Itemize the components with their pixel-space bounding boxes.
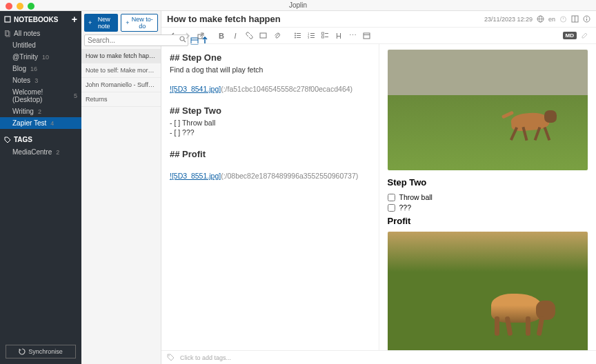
checkbox-label: ??? (399, 203, 412, 212)
checkbox-input[interactable] (388, 204, 395, 212)
new-todo-button[interactable]: + New to-do (121, 14, 158, 32)
markdown-toggle[interactable]: MD (563, 32, 577, 39)
note-list-item[interactable]: John Romaniello - Suffer no fools (81, 78, 161, 92)
notebook-icon (4, 16, 11, 23)
sidebar-tag-mediacentre[interactable]: MediaCentre 2 (0, 146, 81, 158)
sidebar-item-notes[interactable]: Notes 3 (0, 74, 81, 86)
sidebar-item-all-notes[interactable]: All notes (0, 28, 81, 39)
preview-image-2 (388, 232, 588, 350)
close-window-icon[interactable] (6, 3, 12, 10)
date-icon[interactable] (360, 30, 372, 42)
src-heading: ## Profit (170, 149, 370, 159)
code-icon[interactable] (257, 30, 269, 42)
edit-icon[interactable] (578, 30, 590, 42)
sidebar-item-count: 5 (74, 92, 77, 99)
checkbox-label: Throw ball (399, 193, 433, 201)
notebooks-header[interactable]: NOTEBOOKS + (0, 11, 81, 28)
sidebar-item-zapier-test[interactable]: Zapier Test 4 (0, 117, 81, 129)
alarm-icon[interactable] (559, 15, 567, 23)
sidebar-item-count: 4 (50, 120, 54, 127)
svg-text:3: 3 (308, 36, 310, 39)
preview-heading: Profit (388, 216, 588, 226)
src-line: Find a dog that will play fetch (170, 65, 370, 74)
sidebar-item-label: Notes (12, 77, 30, 84)
preview-pane: Step Two Throw ball ??? Profit (379, 44, 597, 350)
src-line: - [ ] ??? (170, 128, 370, 136)
note-list-item[interactable]: How to make fetch happen (81, 49, 161, 63)
tags-placeholder[interactable]: Click to add tags... (180, 354, 231, 361)
tags-label: TAGS (14, 136, 32, 143)
sidebar-item-welcome[interactable]: Welcome! (Desktop) 5 (0, 86, 81, 105)
plus-icon: + (88, 19, 92, 26)
maximize-window-icon[interactable] (28, 3, 34, 10)
note-list-item[interactable]: Returns (81, 92, 161, 107)
sidebar-item-label: Welcome! (Desktop) (12, 88, 70, 103)
tag-icon (4, 136, 11, 143)
src-image-hash: (:/08bec82e1878489996a3552550960737) (221, 172, 358, 180)
external-link-icon[interactable] (195, 30, 207, 42)
notebooks-label: NOTEBOOKS (14, 16, 58, 23)
svg-rect-0 (5, 17, 10, 22)
notes-icon (4, 30, 11, 37)
note-list-item[interactable]: Note to self: Make more notes to self (81, 63, 161, 78)
tag-icon (167, 354, 175, 361)
search-input[interactable] (84, 34, 188, 46)
globe-icon[interactable] (537, 15, 544, 23)
more-icon[interactable]: ⋯ (346, 30, 359, 42)
src-heading: ## Step Two (170, 105, 370, 116)
svg-point-19 (295, 33, 296, 34)
src-line: - [ ] Throw ball (170, 119, 370, 127)
synchronise-button[interactable]: Synchronise (6, 345, 76, 358)
preview-heading: Step Two (388, 177, 588, 188)
sidebar-item-count: 16 (30, 65, 37, 72)
info-icon[interactable] (583, 15, 590, 23)
italic-button[interactable]: I (229, 30, 241, 42)
new-todo-label: New to-do (132, 16, 153, 30)
svg-rect-35 (364, 33, 370, 39)
preview-checkbox-item[interactable]: ??? (388, 203, 588, 212)
svg-point-23 (295, 37, 296, 39)
sidebar-item-blog[interactable]: Blog 16 (0, 63, 81, 74)
src-image-link: ![5D3_8541.jpg](:/fa51cbc1046545558c278f… (170, 85, 370, 93)
svg-rect-33 (321, 36, 324, 38)
window-controls (6, 3, 34, 10)
sidebar-item-label: Writing (12, 108, 34, 115)
sidebar-item-writing[interactable]: Writing 2 (0, 105, 81, 117)
sidebar-item-trinity[interactable]: @Trinity 10 (0, 51, 81, 63)
tags-header[interactable]: TAGS (0, 133, 81, 146)
src-image-label: ![5D3_8541.jpg] (170, 85, 221, 93)
bullet-list-icon[interactable] (291, 30, 304, 42)
src-image-hash: (:/fa51cbc1046545558c278f00ecacd464) (221, 85, 352, 93)
checkbox-list-icon[interactable] (319, 30, 331, 42)
sidebar-item-label: Blog (12, 65, 26, 72)
note-date: 23/11/2023 12:29 (484, 16, 533, 23)
sidebar-item-label: Untitled (12, 41, 36, 49)
add-notebook-icon[interactable]: + (72, 14, 77, 25)
plus-icon: + (126, 19, 129, 26)
note-title-input[interactable] (167, 14, 484, 24)
new-note-label: New note (94, 16, 114, 30)
lang-label: en (548, 16, 555, 23)
app-title: Joplin (289, 1, 307, 9)
svg-rect-31 (321, 32, 324, 34)
layout-icon[interactable] (571, 15, 579, 23)
titlebar: Joplin (0, 0, 596, 11)
new-note-button[interactable]: + New note (84, 14, 118, 32)
attachment-icon[interactable] (270, 30, 283, 42)
minimize-window-icon[interactable] (17, 3, 23, 10)
sidebar: NOTEBOOKS + All notes Untitled @Trinity … (0, 11, 81, 364)
src-image-link: ![5D3_8551.jpg](:/08bec82e1878489996a355… (170, 172, 370, 180)
sidebar-tag-count: 2 (56, 149, 59, 156)
bold-button[interactable]: B (215, 30, 228, 42)
sidebar-item-untitled[interactable]: Untitled (0, 39, 81, 51)
forward-icon[interactable] (181, 30, 193, 42)
preview-checkbox-item[interactable]: Throw ball (388, 193, 588, 201)
sync-label: Synchronise (28, 348, 63, 355)
heading-button[interactable]: H (332, 30, 345, 42)
link-icon[interactable] (243, 30, 255, 42)
all-notes-label: All notes (14, 30, 40, 37)
markdown-source-pane[interactable]: ## Step One Find a dog that will play fe… (161, 44, 379, 350)
sync-icon (19, 348, 26, 355)
checkbox-input[interactable] (388, 194, 395, 201)
numbered-list-icon[interactable]: 123 (305, 30, 317, 42)
